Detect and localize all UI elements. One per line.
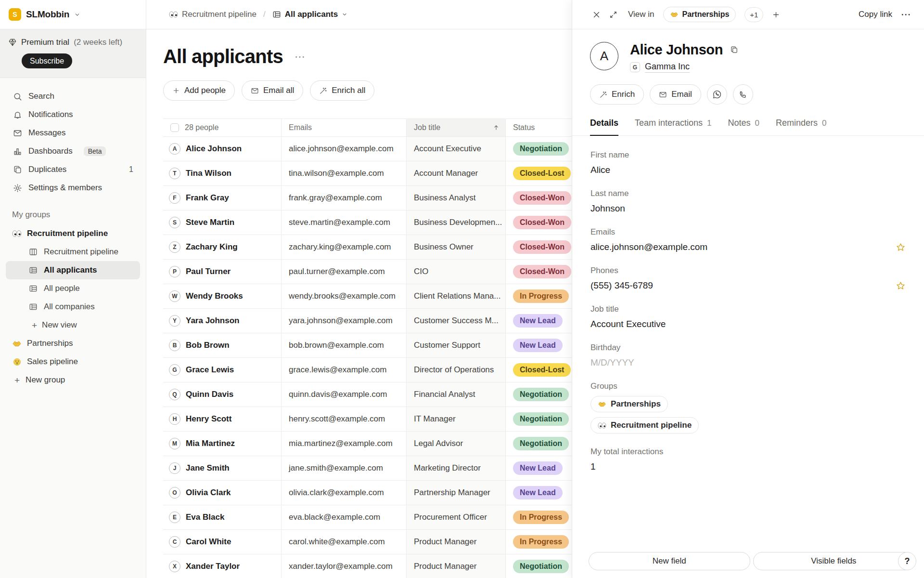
sidebar-view-all-companies[interactable]: All companies (6, 298, 140, 316)
status-badge: Negotiation (513, 412, 569, 426)
visible-fields-button[interactable]: Visible fields (753, 552, 915, 570)
row-avatar: H (169, 413, 180, 425)
expand-icon[interactable] (609, 11, 617, 19)
panel-footer: New field Visible fields (572, 552, 924, 570)
panel-more-icon[interactable]: ⋯ (901, 9, 911, 20)
sidebar-group-partnerships[interactable]: Partnerships (6, 334, 140, 353)
sidebar-view-all-people[interactable]: All people (6, 279, 140, 298)
close-icon[interactable] (592, 11, 601, 19)
table-row[interactable]: A Alice Johnson alice.johnson@example.co… (163, 137, 572, 161)
sidebar-group-sales[interactable]: Sales pipeline (6, 353, 140, 371)
column-header-emails[interactable]: Emails (282, 119, 407, 136)
group-pill-recruitment[interactable]: Recruitment pipeline (590, 417, 699, 434)
tab-notes[interactable]: Notes 0 (728, 118, 760, 135)
table-row[interactable]: X Xander Taylor xander.taylor@example.co… (163, 554, 572, 578)
table-row[interactable]: F Frank Gray frank.gray@example.com Busi… (163, 186, 572, 210)
whatsapp-button[interactable] (707, 84, 727, 105)
group-pill-partnerships[interactable]: Partnerships (590, 396, 668, 412)
board-icon (28, 248, 38, 256)
copy-link-button[interactable]: Copy link (859, 10, 892, 19)
person-name: Alice Johnson (186, 144, 242, 154)
table-icon (28, 284, 38, 293)
person-job: Customer Success M... (407, 309, 506, 333)
gear-icon (13, 184, 22, 193)
column-header-status[interactable]: Status (506, 119, 572, 136)
sidebar-new-group[interactable]: + New group (6, 371, 140, 389)
breadcrumb-view[interactable]: All applicants (272, 10, 348, 19)
field-value[interactable]: alice.johnson@example.com (590, 242, 707, 252)
phone-button[interactable] (733, 84, 753, 105)
add-to-group-icon[interactable] (772, 11, 780, 19)
tab-reminders[interactable]: Reminders 0 (776, 118, 827, 135)
table-row[interactable]: O Olivia Clark olivia.clark@example.com … (163, 481, 572, 505)
panel-header: View in Partnerships +1 Copy link ⋯ (572, 0, 924, 29)
email-all-button[interactable]: Email all (242, 80, 303, 101)
group-label: Sales pipeline (27, 357, 78, 367)
sidebar-view-recruitment-pipeline[interactable]: Recruitment pipeline (6, 243, 140, 261)
table-row[interactable]: M Mia Martinez mia.martinez@example.com … (163, 432, 572, 456)
table-row[interactable]: J Jane Smith jane.smith@example.com Mark… (163, 456, 572, 481)
breadcrumb-group-label: Recruitment pipeline (182, 10, 257, 19)
row-avatar: J (169, 462, 180, 474)
tab-team-interactions[interactable]: Team interactions 1 (635, 118, 712, 135)
select-all-checkbox[interactable] (170, 123, 179, 132)
row-avatar: F (169, 192, 180, 204)
star-icon[interactable] (896, 281, 906, 291)
field-value[interactable]: Account Executive (590, 319, 906, 329)
field-value[interactable]: Johnson (590, 203, 906, 214)
subscribe-button[interactable]: Subscribe (22, 53, 72, 68)
person-email: xander.taylor@example.com (282, 554, 407, 578)
star-icon[interactable] (896, 242, 906, 252)
add-people-button[interactable]: Add people (163, 80, 235, 101)
person-email: grace.lewis@example.com (282, 358, 407, 382)
sidebar-item-dashboards[interactable]: Dashboards Beta (6, 142, 140, 160)
sidebar-item-settings[interactable]: Settings & members (6, 179, 140, 197)
sidebar-group-recruitment[interactable]: Recruitment pipeline (6, 224, 140, 243)
person-job: Legal Advisor (407, 432, 506, 456)
table-row[interactable]: Q Quinn Davis quinn.davis@example.com Fi… (163, 382, 572, 407)
person-email: mia.martinez@example.com (282, 432, 407, 456)
table-row[interactable]: Z Zachary King zachary.king@example.com … (163, 235, 572, 260)
panel-tabs: Details Team interactions 1 Notes 0 Remi… (572, 105, 924, 136)
table-row[interactable]: G Grace Lewis grace.lewis@example.com Di… (163, 358, 572, 382)
avatar: A (590, 42, 618, 70)
sidebar-item-search[interactable]: Search (6, 87, 140, 105)
table-row[interactable]: C Carol White carol.white@example.com Pr… (163, 530, 572, 554)
view-label: Recruitment pipeline (44, 247, 118, 257)
person-name: Yara Johnson (186, 316, 239, 326)
field-value[interactable]: Alice (590, 165, 906, 175)
birthday-placeholder[interactable]: M/D/YYYY (590, 357, 906, 368)
enrich-button[interactable]: Enrich (590, 84, 644, 105)
person-job: Business Analyst (407, 186, 506, 210)
sidebar-new-view[interactable]: + New view (6, 316, 140, 334)
enrich-all-button[interactable]: Enrich all (310, 80, 374, 101)
table-row[interactable]: Y Yara Johnson yara.johnson@example.com … (163, 309, 572, 333)
table-row[interactable]: T Tina Wilson tina.wilson@example.com Ac… (163, 161, 572, 186)
person-email: jane.smith@example.com (282, 456, 407, 480)
tab-details[interactable]: Details (590, 118, 618, 136)
breadcrumb-group[interactable]: Recruitment pipeline (169, 10, 257, 19)
sidebar-nav: Search Notifications Messages Dashboards (0, 87, 146, 197)
table-row[interactable]: W Wendy Brooks wendy.brooks@example.com … (163, 284, 572, 309)
table-row[interactable]: B Bob Brown bob.brown@example.com Custom… (163, 333, 572, 358)
copy-icon[interactable] (730, 46, 738, 54)
new-field-button[interactable]: New field (589, 552, 750, 570)
sidebar-view-all-applicants[interactable]: All applicants (6, 261, 140, 279)
column-header-job-title[interactable]: Job title (407, 119, 506, 136)
whatsapp-icon (712, 90, 722, 99)
sidebar-item-messages[interactable]: Messages (6, 124, 140, 142)
table-row[interactable]: H Henry Scott henry.scott@example.com IT… (163, 407, 572, 432)
sidebar-item-duplicates[interactable]: Duplicates 1 (6, 160, 140, 179)
table-row[interactable]: S Steve Martin steve.martin@example.com … (163, 210, 572, 235)
field-value[interactable]: (555) 345-6789 (590, 280, 653, 291)
partnerships-pill[interactable]: Partnerships (663, 7, 736, 22)
title-more-icon[interactable]: ⋯ (295, 51, 306, 63)
sidebar-item-notifications[interactable]: Notifications (6, 105, 140, 124)
help-button[interactable]: ? (898, 552, 916, 570)
workspace-switcher[interactable]: S SLMobbin (0, 0, 146, 29)
more-groups-badge[interactable]: +1 (744, 7, 763, 22)
company-link[interactable]: Gamma Inc (645, 62, 690, 73)
table-row[interactable]: P Paul Turner paul.turner@example.com CI… (163, 260, 572, 284)
table-row[interactable]: E Eva Black eva.black@example.com Procur… (163, 505, 572, 530)
email-button[interactable]: Email (650, 84, 701, 105)
